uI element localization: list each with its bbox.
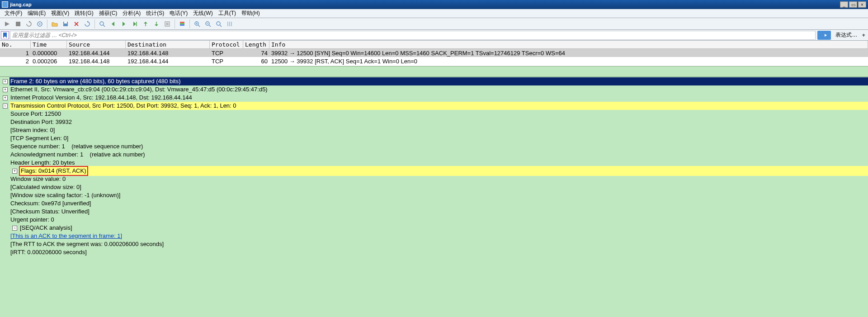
cell-info: 39932 → 12500 [SYN] Seq=0 Win=14600 Len=… [269,50,868,57]
svg-point-10 [100,22,104,25]
tcp-field[interactable]: Checksum: 0xe97d [unverified] [9,199,868,208]
ack-link[interactable]: [This is an ACK to the segment in frame:… [9,232,868,240]
menu-help[interactable]: 帮助(H) [239,9,263,17]
cell-time: 0.000206 [31,58,67,65]
apply-filter-button[interactable] [817,31,831,40]
close-file-icon[interactable] [72,19,81,28]
bookmark-icon[interactable] [1,31,9,39]
cell-proto: TCP [210,50,243,57]
collapse-icon[interactable]: − [3,104,8,109]
menu-telephony[interactable]: 电话(Y) [167,9,190,17]
close-button[interactable]: × [858,1,866,8]
cell-no: 2 [0,58,31,65]
filter-bar: 表达式… + [0,30,868,41]
zoom-in-icon[interactable] [193,19,202,28]
tcp-field[interactable]: [Stream index: 0] [9,126,868,134]
col-src[interactable]: Source [67,41,126,48]
menu-wireless[interactable]: 无线(W) [190,9,215,17]
cell-proto: TCP [210,58,243,65]
tcp-field[interactable]: Urgent pointer: 0 [9,216,868,224]
packet-list[interactable]: No. Time Source Destination Protocol Len… [0,41,868,66]
stop-capture-icon[interactable] [14,19,23,28]
expand-icon[interactable]: + [12,169,17,174]
add-filter-button[interactable]: + [860,32,867,38]
col-no[interactable]: No. [0,41,31,48]
last-icon[interactable] [152,19,161,28]
packet-list-header: No. Time Source Destination Protocol Len… [0,41,868,49]
svg-line-35 [220,25,222,27]
tcp-field[interactable]: Acknowledgment number: 1 (relative ack n… [9,151,868,159]
packet-details[interactable]: +Frame 2: 60 bytes on wire (480 bits), 6… [0,77,868,317]
tcp-field[interactable]: Sequence number: 1 (relative sequence nu… [9,142,868,151]
find-icon[interactable] [98,19,107,28]
autoscroll-icon[interactable] [163,19,172,28]
col-proto[interactable]: Protocol [210,41,243,48]
seq-ack-analysis[interactable]: [SEQ/ACK analysis] [19,224,868,232]
expand-icon[interactable]: + [3,95,8,100]
menu-tools[interactable]: 工具(T) [216,9,239,17]
collapse-icon[interactable]: − [12,226,17,231]
menu-file[interactable]: 文件(F) [2,9,25,17]
packet-row[interactable]: 1 0.000000 192.168.44.144 192.168.44.148… [0,49,868,57]
start-capture-icon[interactable] [3,19,12,28]
restart-capture-icon[interactable] [24,19,33,28]
display-filter-input[interactable] [10,31,816,40]
tcp-field[interactable]: [iRTT: 0.000206000 seconds] [9,248,868,256]
prev-icon[interactable] [108,19,118,28]
tcp-field[interactable]: Destination Port: 39932 [9,118,868,126]
menu-capture[interactable]: 捕获(C) [96,9,120,17]
svg-rect-25 [180,23,184,24]
expand-icon[interactable]: + [3,87,8,92]
goto-icon[interactable] [130,19,139,28]
save-icon[interactable] [61,19,70,28]
colorize-icon[interactable] [178,19,187,28]
tcp-field[interactable]: Window size value: 0 [9,175,868,183]
reload-icon[interactable] [83,19,92,28]
expand-icon[interactable]: + [3,79,8,84]
svg-line-32 [209,25,211,27]
tcp-field[interactable]: [The RTT to ACK the segment was: 0.00020… [9,240,868,248]
svg-rect-6 [64,22,67,24]
tcp-summary[interactable]: Transmission Control Protocol, Src Port:… [9,102,868,110]
svg-marker-12 [112,22,114,26]
zoom-reset-icon[interactable] [214,19,223,28]
cell-time: 0.000000 [31,50,67,57]
frame-summary[interactable]: Frame 2: 60 bytes on wire (480 bits), 60… [9,77,868,85]
expression-button[interactable]: 表达式… [833,31,860,39]
svg-line-11 [103,25,105,27]
tcp-flags[interactable]: Flags: 0x014 (RST, ACK) [19,166,868,176]
svg-point-4 [39,23,41,24]
col-time[interactable]: Time [31,41,67,48]
tcp-field[interactable]: [Window size scaling factor: -1 (unknown… [9,191,868,199]
wireshark-icon [2,1,8,8]
tcp-field[interactable]: [Calculated window size: 0] [9,183,868,191]
col-len[interactable]: Length [243,41,269,48]
tcp-field[interactable]: [Checksum Status: Unverified] [9,208,868,216]
first-icon[interactable] [141,19,150,28]
flags-highlight: Flags: 0x014 (RST, ACK) [19,166,88,176]
col-dst[interactable]: Destination [126,41,210,48]
maximize-button[interactable]: ▭ [849,1,857,8]
cell-info: 12500 → 39932 [RST, ACK] Seq=1 Ack=1 Win… [269,58,868,65]
menu-analyze[interactable]: 分析(A) [120,9,143,17]
pane-splitter[interactable] [0,66,868,77]
next-icon[interactable] [119,19,128,28]
tcp-field[interactable]: [TCP Segment Len: 0] [9,134,868,142]
cell-src: 192.168.44.148 [67,58,126,65]
col-info[interactable]: Info [269,41,868,48]
options-icon[interactable] [35,19,44,28]
menu-edit[interactable]: 编辑(E) [25,9,48,17]
ethernet-summary[interactable]: Ethernet II, Src: Vmware_cb:c9:04 (00:0c… [9,85,868,94]
window-title: jiang.cap [10,2,839,7]
cell-len: 60 [243,58,269,65]
packet-row[interactable]: 2 0.000206 192.168.44.148 192.168.44.144… [0,57,868,65]
tcp-field[interactable]: Source Port: 12500 [9,110,868,118]
ip-summary[interactable]: Internet Protocol Version 4, Src: 192.16… [9,94,868,102]
zoom-out-icon[interactable] [203,19,212,28]
menu-view[interactable]: 视图(V) [48,9,72,17]
menu-go[interactable]: 跳转(G) [72,9,96,17]
resize-columns-icon[interactable] [225,19,234,28]
menu-stats[interactable]: 统计(S) [143,9,167,17]
minimize-button[interactable]: _ [840,1,848,8]
open-icon[interactable] [50,19,59,28]
